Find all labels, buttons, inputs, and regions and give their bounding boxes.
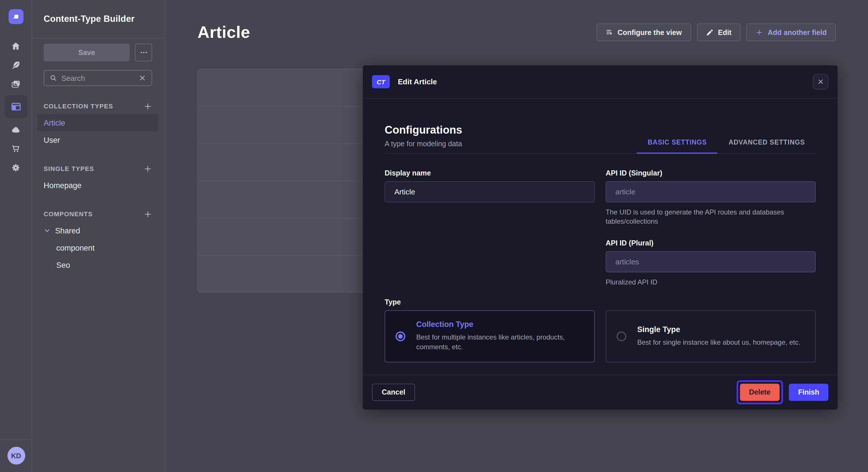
- plus-icon: [144, 164, 152, 173]
- api-id-plural-input[interactable]: [606, 251, 816, 273]
- tab-advanced-settings[interactable]: ADVANCED SETTINGS: [718, 139, 816, 153]
- annotation-highlight: Delete: [736, 380, 783, 404]
- configure-view-label: Configure the view: [618, 28, 682, 36]
- configure-view-button[interactable]: Configure the view: [596, 24, 691, 41]
- type-section: Type Collection Type Best for multiple i…: [384, 298, 816, 362]
- page-title: Article: [197, 23, 250, 42]
- search-box: [43, 70, 152, 86]
- api-id-plural-label: API ID (Plural): [606, 239, 816, 247]
- sidebar-item-component[interactable]: component: [43, 239, 152, 256]
- display-name-label: Display name: [384, 169, 595, 177]
- api-id-singular-hint: The UID is used to generate the API rout…: [606, 208, 816, 226]
- api-id-singular-field: API ID (Singular) The UID is used to gen…: [606, 169, 816, 226]
- home-icon[interactable]: [8, 38, 23, 53]
- add-single-type-button[interactable]: [144, 164, 152, 173]
- configurations-subheading: A type for modeling data: [384, 140, 462, 153]
- modal-body: Configurations A type for modeling data …: [363, 99, 838, 362]
- collection-type-description: Best for multiple instances like article…: [416, 333, 584, 352]
- add-component-button[interactable]: [144, 210, 152, 218]
- add-collection-type-button[interactable]: [144, 102, 152, 110]
- edit-label: Edit: [718, 28, 732, 36]
- strapi-logo[interactable]: [8, 9, 23, 24]
- settings-gear-icon[interactable]: [8, 160, 23, 175]
- radio-icon[interactable]: [617, 331, 626, 341]
- finish-button[interactable]: Finish: [789, 384, 828, 401]
- content-type-badge: CT: [372, 75, 390, 88]
- modal-title: Edit Article: [398, 77, 437, 86]
- content-manager-feather-icon[interactable]: [8, 57, 23, 72]
- clear-search-button[interactable]: [138, 74, 146, 82]
- close-icon: [138, 74, 146, 82]
- tab-basic-settings[interactable]: BASIC SETTINGS: [637, 139, 718, 153]
- save-button[interactable]: Save: [43, 43, 130, 61]
- plus-icon: [144, 102, 152, 110]
- modal-footer: Cancel Delete Finish: [363, 374, 838, 409]
- content-type-builder-icon[interactable]: [4, 95, 27, 118]
- edit-button[interactable]: Edit: [696, 24, 741, 41]
- settings-form: Display name API ID (Singular) The UID i…: [384, 169, 816, 287]
- cloud-icon[interactable]: [8, 122, 23, 137]
- header-actions: Configure the view Edit Add another fiel…: [596, 24, 836, 41]
- radio-selected-icon[interactable]: [396, 331, 405, 341]
- more-options-button[interactable]: [135, 43, 152, 61]
- chevron-down-icon: [43, 227, 51, 234]
- ellipsis-icon: [139, 48, 148, 57]
- sidebar-item-seo[interactable]: Seo: [43, 256, 152, 274]
- components-heading: COMPONENTS: [43, 210, 93, 217]
- rail-icon-list: [4, 38, 27, 175]
- collection-type-option[interactable]: Collection Type Best for multiple instan…: [384, 310, 595, 362]
- plus-icon: [755, 29, 763, 36]
- edit-article-modal: CT Edit Article Configurations A type fo…: [363, 65, 838, 409]
- media-library-icon[interactable]: [8, 76, 23, 91]
- sidebar-item-homepage[interactable]: Homepage: [37, 177, 158, 194]
- type-label: Type: [384, 298, 816, 306]
- add-another-field-label: Add another field: [768, 28, 827, 36]
- plus-icon: [144, 210, 152, 218]
- modal-header: CT Edit Article: [363, 65, 838, 99]
- nav-rail: KD: [0, 0, 32, 472]
- api-id-column: API ID (Singular) The UID is used to gen…: [606, 169, 816, 287]
- settings-tabs: BASIC SETTINGS ADVANCED SETTINGS: [637, 139, 816, 153]
- plugin-title: Content-Type Builder: [43, 14, 135, 24]
- single-type-title: Single Type: [637, 325, 800, 334]
- app-root: KD Content-Type Builder Save: [0, 0, 868, 472]
- close-icon: [817, 78, 824, 85]
- sidebar-group-label: Shared: [55, 226, 80, 235]
- api-id-singular-input[interactable]: [606, 181, 816, 202]
- search-icon: [50, 74, 57, 82]
- sidebar-header: Content-Type Builder: [32, 0, 165, 38]
- search-input[interactable]: [61, 74, 134, 82]
- sidebar-group-shared[interactable]: Shared: [43, 222, 152, 239]
- configurations-header: Configurations A type for modeling data …: [384, 124, 816, 154]
- single-type-option[interactable]: Single Type Best for single instance lik…: [606, 310, 816, 362]
- display-name-input[interactable]: [384, 181, 595, 202]
- rail-footer: KD: [0, 439, 32, 472]
- sidebar: Content-Type Builder Save: [32, 0, 165, 472]
- single-type-description: Best for single instance like about us, …: [637, 338, 800, 347]
- collection-types-heading: COLLECTION TYPES: [43, 103, 113, 109]
- configurations-heading: Configurations: [384, 124, 462, 136]
- api-id-plural-hint: Pluralized API ID: [606, 278, 816, 287]
- configure-view-icon: [606, 29, 613, 36]
- delete-button[interactable]: Delete: [740, 384, 780, 401]
- page-header: Article Configure the view Edit: [165, 0, 868, 42]
- api-id-plural-field: API ID (Plural) Pluralized API ID: [606, 239, 816, 287]
- cancel-button[interactable]: Cancel: [372, 384, 415, 401]
- pencil-icon: [706, 29, 713, 36]
- main-content: Article Configure the view Edit: [165, 0, 868, 472]
- sidebar-item-article[interactable]: Article: [37, 114, 158, 131]
- modal-close-button[interactable]: [813, 74, 828, 90]
- api-id-singular-label: API ID (Singular): [606, 169, 816, 177]
- add-another-field-button[interactable]: Add another field: [746, 24, 836, 41]
- sidebar-item-user[interactable]: User: [37, 131, 158, 148]
- avatar[interactable]: KD: [7, 447, 25, 465]
- marketplace-cart-icon[interactable]: [8, 141, 23, 156]
- strapi-logo-icon: [11, 12, 20, 21]
- collection-type-title: Collection Type: [416, 320, 584, 329]
- display-name-field: Display name: [384, 169, 595, 287]
- sidebar-body: Save COLLECTION TYP: [32, 38, 165, 274]
- single-types-heading: SINGLE TYPES: [43, 165, 94, 172]
